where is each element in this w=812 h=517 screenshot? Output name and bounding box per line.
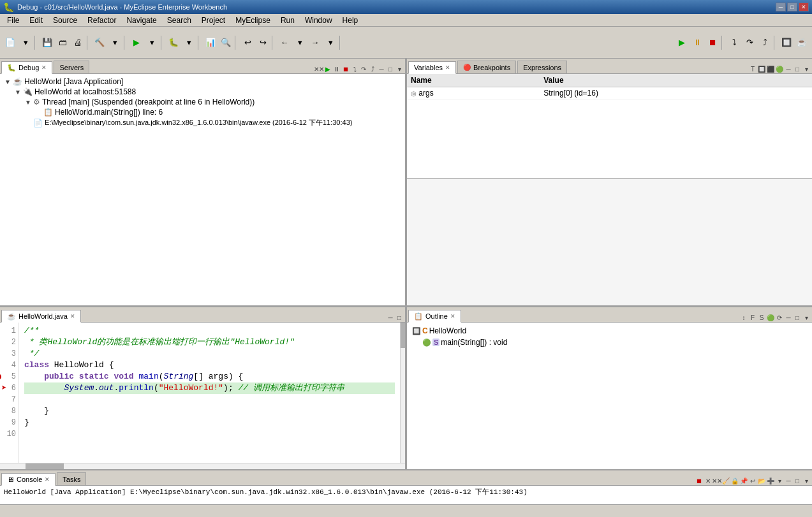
tree-item-helloworld-app[interactable]: ▼ ☕ HelloWorld [Java Application] [3,76,402,87]
forward-button[interactable]: → [308,36,322,50]
tab-servers[interactable]: Servers [54,61,89,73]
tab-outline[interactable]: 📋 Outline ✕ [408,310,461,323]
menu-project[interactable]: Project [196,14,230,26]
save-button[interactable]: 💾 [40,36,54,50]
open-console[interactable]: 📂 [757,476,766,485]
build-dropdown[interactable]: ▾ [108,36,122,50]
outline-min[interactable]: ─ [784,313,793,322]
pin-console[interactable]: 📌 [739,476,748,485]
min-debug[interactable]: ─ [377,64,386,73]
suspend-all-debug[interactable]: ⏸ [332,64,341,73]
tab-debug[interactable]: 🐛 Debug ✕ [1,61,52,74]
run-dropdown[interactable]: ▾ [145,36,159,50]
collapse-all[interactable]: ⬛ [766,64,775,73]
search-btn[interactable]: 🔍 [219,36,233,50]
hscrollbar-thumb[interactable] [26,463,64,469]
menu-navigate[interactable]: Navigate [121,14,161,26]
save-all-button[interactable]: 🗃 [55,36,70,50]
show-type-names[interactable]: T [748,64,757,73]
debug-dropdown[interactable]: ▾ [182,36,196,50]
sync-outline[interactable]: ⟳ [775,313,784,322]
step-over-button[interactable]: ↷ [742,36,757,50]
console-min[interactable]: ─ [784,476,793,485]
stop-button[interactable]: ⏹ [705,36,720,50]
tab-tasks[interactable]: Tasks [57,472,86,485]
back-dropdown[interactable]: ▾ [293,36,307,50]
view-menu-debug[interactable]: ▾ [395,64,404,73]
outline-max[interactable]: □ [793,313,802,322]
resume-button[interactable]: ▶ [675,36,689,50]
step-into-debug[interactable]: ⤵ [350,64,359,73]
editor-tab-close[interactable]: ✕ [70,313,75,319]
max-editor[interactable]: □ [395,313,404,322]
disconnect-console[interactable]: ✕ [704,476,712,485]
perspective-btn[interactable]: 📊 [203,36,218,50]
tab-console[interactable]: 🖥 Console ✕ [1,473,55,486]
console-tab-close[interactable]: ✕ [45,476,50,483]
run-button[interactable]: ▶ [129,36,144,50]
show-detail[interactable]: 🟢 [775,64,784,73]
tab-breakpoints[interactable]: 🔴 Breakpoints [457,61,516,73]
outline-menu[interactable]: ▾ [802,313,811,322]
console-menu[interactable]: ▾ [802,476,811,485]
remove-all-terminated[interactable]: ✕✕ [314,64,323,73]
sort-outline[interactable]: ↕ [739,313,748,322]
min-editor[interactable]: ─ [386,313,395,322]
code-content[interactable]: /** * 类HelloWorld的功能是在标准输出端打印一行输出"HelloW… [19,323,400,463]
step-return-debug[interactable]: ⤴ [368,64,377,73]
redo-button[interactable]: ↪ [256,36,270,50]
max-debug[interactable]: □ [386,64,395,73]
scrollbar-thumb[interactable] [401,323,405,348]
clear-console[interactable]: 🧹 [721,476,730,485]
close-button[interactable]: ✕ [799,3,809,11]
hide-static[interactable]: S [757,313,766,322]
minimize-button[interactable]: ─ [776,3,786,11]
tree-item-connection[interactable]: ▼ 🔌 HelloWorld at localhost:51588 [3,87,402,97]
word-wrap[interactable]: ↩ [748,476,757,485]
display-selected[interactable]: ▾ [775,476,784,485]
undo-button[interactable]: ↩ [240,36,255,50]
menu-help[interactable]: Help [337,14,364,26]
tree-item-frame[interactable]: 📋 HelloWorld.main(String[]) line: 6 [3,107,402,117]
table-row[interactable]: ◎ args String[0] (id=16) [407,87,812,99]
tab-expressions[interactable]: Expressions [517,61,567,73]
print-button[interactable]: 🖨 [71,36,85,50]
maximize-button[interactable]: □ [787,3,797,11]
step-return-button[interactable]: ⤴ [758,36,772,50]
hide-fields[interactable]: F [748,313,757,322]
step-into-button[interactable]: ⤵ [727,36,741,50]
outline-item-class[interactable]: 🔲 C HelloWorld [410,325,809,337]
java-perspective-btn[interactable]: ☕ [795,36,809,50]
outline-tab-close[interactable]: ✕ [450,313,455,319]
terminate-console[interactable]: ⏹ [695,476,704,485]
outline-item-method[interactable]: 🟢 S main(String[]) : void [410,337,809,348]
stop-all-debug[interactable]: ⏹ [341,64,350,73]
new-button[interactable]: 📄 [3,36,17,50]
menu-edit[interactable]: Edit [24,14,48,26]
debug-perspective-btn[interactable]: 🔲 [779,36,794,50]
vars-tab-close[interactable]: ✕ [445,64,450,71]
menu-search[interactable]: Search [162,14,196,26]
new-console[interactable]: ➕ [766,476,775,485]
debug-button[interactable]: 🐛 [166,36,181,50]
menu-run[interactable]: Run [276,14,300,26]
step-over-debug[interactable]: ↷ [359,64,368,73]
new-dropdown[interactable]: ▾ [18,36,33,50]
menu-myeclipse[interactable]: MyEclipse [230,14,276,26]
menu-source[interactable]: Source [48,14,82,26]
tree-item-process[interactable]: 📄 E:\Myeclipse\binary\com.sun.java.jdk.w… [3,117,402,128]
tab-helloworld-java[interactable]: ☕ HelloWorld.java ✕ [1,310,81,323]
console-max[interactable]: □ [793,476,802,485]
vars-menu[interactable]: ▾ [802,64,811,73]
hide-non-public[interactable]: 🟢 [766,313,775,322]
back-button[interactable]: ← [277,36,292,50]
vars-min[interactable]: ─ [784,64,793,73]
forward-dropdown[interactable]: ▾ [323,36,337,50]
menu-file[interactable]: File [2,14,24,26]
scroll-lock[interactable]: 🔒 [730,476,739,485]
suspend-button[interactable]: ⏸ [690,36,704,50]
menu-window[interactable]: Window [300,14,337,26]
debug-tab-close[interactable]: ✕ [41,64,47,71]
editor-hscrollbar[interactable] [0,463,405,469]
remove-terminated[interactable]: ✕✕ [712,476,721,485]
